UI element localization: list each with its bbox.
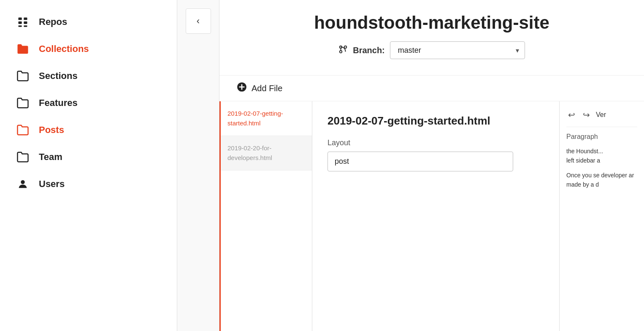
folder-outline-icon — [15, 70, 30, 82]
branch-icon — [338, 45, 348, 56]
sidebar-item-label: Users — [39, 179, 65, 190]
svg-point-9 — [344, 46, 347, 48]
version-label: Ver — [596, 111, 606, 119]
svg-rect-4 — [19, 25, 22, 27]
sidebar: Repos Collections Sections Features — [0, 0, 177, 331]
sidebar-item-repos[interactable]: Repos — [0, 8, 177, 35]
preview-text-body: Once you se developer ar made by a d — [566, 171, 637, 190]
sidebar-item-sections[interactable]: Sections — [0, 62, 177, 90]
sidebar-item-label: Posts — [39, 125, 64, 136]
preview-panel: ↩ ↪ Ver Paragraph the Houndst... left si… — [560, 101, 644, 331]
folder-outline-icon2 — [15, 97, 30, 109]
layout-input[interactable] — [327, 152, 513, 171]
add-file-row: Add File — [219, 76, 644, 101]
chevron-left-icon: ‹ — [197, 16, 200, 27]
branch-select[interactable]: master — [390, 41, 525, 59]
branch-label: Branch: — [353, 46, 385, 55]
editor-filename: 2019-02-07-getting-started.html — [327, 114, 544, 128]
editor-panel: 2019-02-07-getting-started.html Layout — [312, 101, 560, 331]
add-file-label: Add File — [252, 84, 282, 93]
preview-text-line1: the Houndst... — [566, 147, 637, 156]
svg-rect-1 — [24, 18, 27, 20]
sidebar-item-users[interactable]: Users — [0, 171, 177, 198]
sidebar-item-posts[interactable]: Posts — [0, 117, 177, 144]
folder-posts-icon — [15, 124, 30, 136]
sidebar-item-label: Sections — [39, 71, 78, 81]
svg-point-7 — [340, 50, 342, 53]
sidebar-item-features[interactable]: Features — [0, 90, 177, 117]
preview-text-line2: left sidebar a — [566, 156, 637, 165]
branch-select-wrapper: master ▾ — [390, 41, 525, 59]
sidebar-item-collections[interactable]: Collections — [0, 35, 177, 62]
redo-button[interactable]: ↪ — [581, 108, 592, 122]
file-list: 2019-02-07-getting-started.html 2019-02-… — [219, 101, 312, 331]
list-item[interactable]: 2019-02-20-for-developers.html — [221, 136, 312, 171]
back-button[interactable]: ‹ — [186, 8, 211, 34]
sidebar-item-label: Features — [39, 98, 78, 109]
undo-button[interactable]: ↩ — [566, 108, 577, 122]
folder-filled-icon — [15, 43, 30, 55]
sidebar-item-team[interactable]: Team — [0, 144, 177, 171]
svg-point-6 — [21, 180, 24, 184]
format-label: Paragraph — [566, 133, 637, 141]
back-panel: ‹ — [177, 0, 219, 331]
svg-rect-3 — [24, 22, 27, 24]
main-content: houndstooth-marketing-site Branch: maste… — [219, 0, 644, 331]
sidebar-item-label: Repos — [39, 16, 67, 27]
svg-rect-2 — [19, 22, 22, 24]
branch-row: Branch: master ▾ — [236, 41, 627, 59]
svg-rect-0 — [19, 18, 22, 20]
sidebar-item-label: Collections — [39, 43, 89, 54]
main-header: houndstooth-marketing-site Branch: maste… — [219, 0, 644, 76]
add-file-button[interactable]: Add File — [236, 81, 282, 95]
svg-rect-5 — [24, 25, 27, 27]
preview-toolbar: ↩ ↪ Ver — [566, 108, 637, 127]
content-area: 2019-02-07-getting-started.html 2019-02-… — [219, 101, 644, 331]
sidebar-item-label: Team — [39, 152, 62, 163]
folder-team-icon — [15, 151, 30, 163]
plus-circle-icon — [236, 81, 247, 95]
layout-label: Layout — [327, 138, 544, 147]
page-title: houndstooth-marketing-site — [236, 13, 627, 33]
grid-icon — [15, 16, 30, 28]
list-item[interactable]: 2019-02-07-getting-started.html — [221, 101, 312, 136]
user-icon — [15, 178, 30, 190]
